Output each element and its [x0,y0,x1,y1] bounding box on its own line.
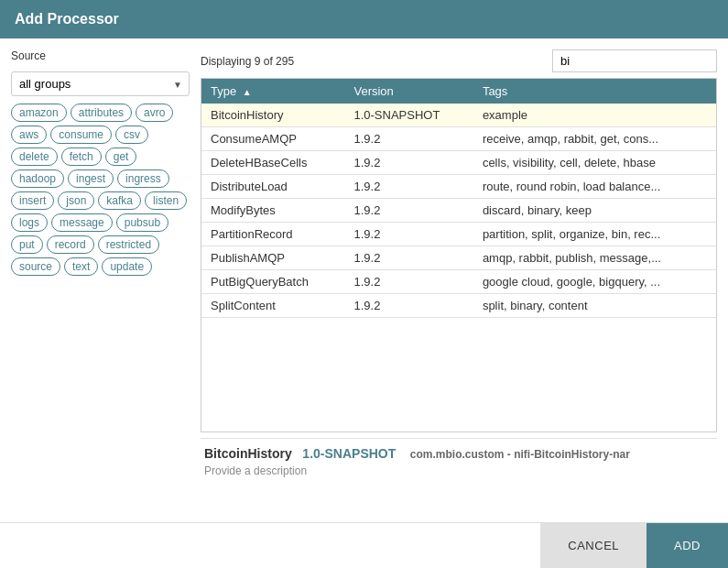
cell-version: 1.9.2 [344,270,473,294]
cell-tags: split, binary, content [473,294,716,318]
source-select-wrapper[interactable]: all groups [11,71,190,96]
table-wrapper: Type ▲ Version Tags BitcoinHistory1.0-SN… [201,78,717,432]
table-row[interactable]: PartitionRecord1.9.2partition, split, or… [201,223,716,246]
cell-tags: partition, split, organize, bin, rec... [473,223,716,246]
source-label: Source [11,49,190,62]
cell-type: PublishAMQP [201,246,344,270]
tag-insert[interactable]: insert [11,191,54,210]
dialog-header: Add Processor [0,0,728,38]
col-type[interactable]: Type ▲ [201,79,344,104]
tag-fetch[interactable]: fetch [61,147,102,166]
table-row[interactable]: SplitContent1.9.2split, binary, content [201,294,716,318]
table-row[interactable]: ModifyBytes1.9.2discard, binary, keep [201,199,716,223]
cell-tags: google cloud, google, bigquery, ... [473,270,716,294]
tag-logs[interactable]: logs [11,213,48,232]
tag-text[interactable]: text [64,257,98,276]
detail-bundle: com.mbio.custom - nifi-BitcoinHistory-na… [410,448,630,461]
cell-tags: route, round robin, load balance... [473,175,716,199]
tag-pubsub[interactable]: pubsub [116,213,168,232]
cell-version: 1.0-SNAPSHOT [344,104,473,127]
tag-get[interactable]: get [105,147,137,166]
cell-version: 1.9.2 [344,127,473,151]
table-row[interactable]: DistributeLoad1.9.2route, round robin, l… [201,175,716,199]
tag-avro[interactable]: avro [136,104,173,122]
tag-record[interactable]: record [47,235,94,254]
table-row[interactable]: BitcoinHistory1.0-SNAPSHOTexample [201,104,716,127]
detail-description: Provide a description [204,464,713,477]
add-button[interactable]: ADD [647,523,728,568]
cell-type: DeleteHBaseCells [201,151,344,175]
detail-name: BitcoinHistory [204,446,292,461]
top-bar: Displaying 9 of 295 [201,49,717,72]
tag-put[interactable]: put [11,235,43,254]
detail-title: BitcoinHistory 1.0-SNAPSHOT com.mbio.cus… [204,446,713,461]
cell-type: BitcoinHistory [201,104,344,127]
tag-message[interactable]: message [51,213,113,232]
cell-version: 1.9.2 [344,151,473,175]
cell-version: 1.9.2 [344,294,473,318]
tag-source[interactable]: source [11,257,60,276]
cell-type: ConsumeAMQP [201,127,344,151]
tag-consume[interactable]: consume [50,126,112,144]
tag-csv[interactable]: csv [115,126,148,144]
tag-restricted[interactable]: restricted [98,235,159,254]
cell-version: 1.9.2 [344,223,473,246]
cell-version: 1.9.2 [344,246,473,270]
detail-version: 1.0-SNAPSHOT [302,446,396,461]
table-body: BitcoinHistory1.0-SNAPSHOTexampleConsume… [201,104,716,318]
cell-tags: example [473,104,716,127]
table-row[interactable]: ConsumeAMQP1.9.2receive, amqp, rabbit, g… [201,127,716,151]
cell-type: ModifyBytes [201,199,344,223]
tag-hadoop[interactable]: hadoop [11,169,64,188]
cell-type: SplitContent [201,294,344,318]
tags-container: amazonattributesavroawsconsumecsvdeletef… [11,104,190,276]
tag-ingest[interactable]: ingest [68,169,114,188]
displaying-count: Displaying 9 of 295 [201,55,294,68]
left-panel: Source all groups amazonattributesavroaw… [11,49,190,511]
tag-json[interactable]: json [58,191,94,210]
detail-panel: BitcoinHistory 1.0-SNAPSHOT com.mbio.cus… [201,438,717,511]
processor-table: Type ▲ Version Tags BitcoinHistory1.0-SN… [201,79,716,318]
cell-type: DistributeLoad [201,175,344,199]
add-processor-dialog: Add Processor Source all groups amazonat… [0,0,728,568]
source-select[interactable]: all groups [11,71,190,96]
cell-tags: receive, amqp, rabbit, get, cons... [473,127,716,151]
tag-attributes[interactable]: attributes [71,104,132,122]
tag-ingress[interactable]: ingress [117,169,169,188]
table-row[interactable]: PublishAMQP1.9.2amqp, rabbit, publish, m… [201,246,716,270]
dialog-title: Add Processor [15,11,119,27]
col-tags: Tags [473,79,716,104]
cell-tags: discard, binary, keep [473,199,716,223]
tag-amazon[interactable]: amazon [11,104,67,122]
table-row[interactable]: DeleteHBaseCells1.9.2cells, visibility, … [201,151,716,175]
search-input[interactable] [552,49,717,72]
dialog-body: Source all groups amazonattributesavroaw… [0,38,728,522]
right-panel: Displaying 9 of 295 Type ▲ Version Tags … [201,49,717,511]
table-header-row: Type ▲ Version Tags [201,79,716,104]
cell-type: PutBigQueryBatch [201,270,344,294]
tag-update[interactable]: update [102,257,152,276]
cell-tags: amqp, rabbit, publish, message,... [473,246,716,270]
cancel-button[interactable]: CANCEL [540,523,647,568]
dialog-footer: CANCEL ADD [0,522,728,568]
table-row[interactable]: PutBigQueryBatch1.9.2google cloud, googl… [201,270,716,294]
col-version: Version [344,79,473,104]
sort-arrow-type: ▲ [243,87,252,97]
cell-version: 1.9.2 [344,175,473,199]
tag-delete[interactable]: delete [11,147,58,166]
tag-listen[interactable]: listen [145,191,187,210]
tag-kafka[interactable]: kafka [98,191,141,210]
cell-type: PartitionRecord [201,223,344,246]
tag-aws[interactable]: aws [11,126,47,144]
cell-tags: cells, visibility, cell, delete, hbase [473,151,716,175]
cell-version: 1.9.2 [344,199,473,223]
